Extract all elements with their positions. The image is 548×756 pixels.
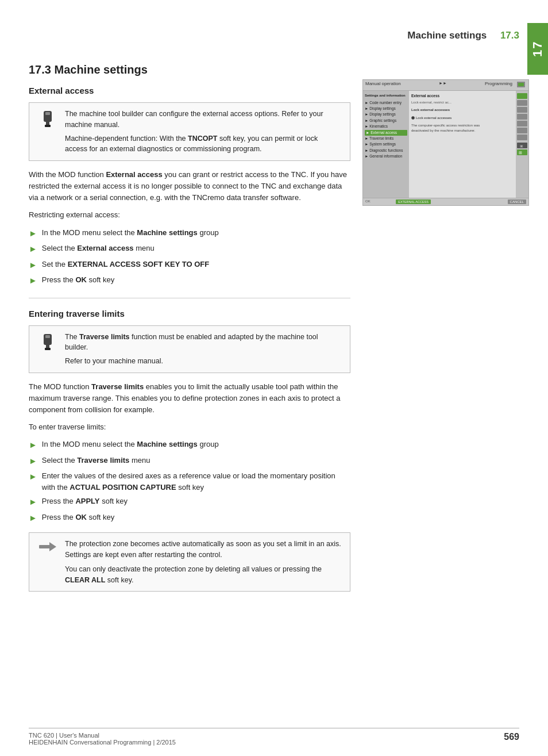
svg-rect-12: [39, 545, 51, 548]
infobox-line1: The machine tool builder can configure t…: [65, 109, 342, 131]
section-number: 17.3: [29, 63, 51, 76]
infobox-traverse-text: The Traverse limits function must be ena…: [65, 332, 342, 367]
list-arrow-3: ►: [29, 259, 37, 272]
arrow-right-icon: [38, 540, 57, 554]
main-content: 17.3 Machine settings External access Th…: [29, 63, 350, 592]
section-title: 17.3 Machine settings: [29, 63, 350, 76]
list-item-2: ► Select the External access menu: [29, 243, 350, 256]
footer-line1: TNC 620 | User's Manual: [29, 732, 176, 739]
screenshot-panel: Manual operation ►► Programming Settings…: [362, 79, 532, 206]
footer-page-number: 569: [504, 732, 519, 746]
list-arrow-4: ►: [29, 274, 37, 287]
svg-rect-7: [45, 112, 50, 115]
softkey-cancel: CANCEL: [508, 199, 526, 204]
screenshot-titlebar: Manual operation ►► Programming: [363, 80, 528, 91]
list-arrow-2: ►: [29, 243, 37, 256]
screenshot-title-left: Manual operation: [365, 81, 401, 89]
screenshot-body: Settings and information ► Code number e…: [363, 91, 528, 198]
subsection-traverse-limits: Entering traverse limits: [29, 309, 350, 318]
traverse-list-item-1: ► In the MOD menu select the Machine set…: [29, 439, 350, 452]
infobox-line2: Machine-dependent function: With the TNC…: [65, 133, 342, 155]
page-header: Machine settings 17.3: [407, 30, 519, 41]
infobox2-line1: The Traverse limits function must be ena…: [65, 332, 342, 354]
external-access-list: ► In the MOD menu select the Machine set…: [29, 227, 350, 287]
svg-marker-13: [49, 542, 56, 551]
section-title-text: Machine settings: [55, 63, 148, 76]
traverse-list-item-4: ► Press the APPLY soft key: [29, 496, 350, 509]
infobox-icon-wrench: [37, 110, 58, 128]
svg-rect-6: [45, 125, 51, 127]
screenshot-right-buttons: ▣ ⊞: [516, 91, 528, 198]
list-item-4: ► Press the OK soft key: [29, 274, 350, 287]
traverse-list-item-5: ► Press the OK soft key: [29, 512, 350, 525]
header-section: 17.3: [500, 30, 519, 41]
traverse-arrow-5: ►: [29, 512, 37, 525]
list-item-3: ► Set the EXTERNAL ACCESS SOFT KEY TO OF…: [29, 259, 350, 272]
notebox-line1: The protection zone becomes active autom…: [65, 539, 342, 561]
svg-text:▣: ▣: [520, 144, 523, 148]
screenshot-notice: The computer-specific access restriction…: [411, 123, 514, 133]
chapter-tab: 17: [527, 23, 548, 75]
subsection-external-access: External access: [29, 86, 350, 95]
header-chapter: Machine settings: [407, 30, 487, 41]
screenshot-sidebar: Settings and information ► Code number e…: [363, 91, 409, 198]
wrench-icon-2: [39, 333, 56, 351]
notebox-line2: You can only deactivate the protection z…: [65, 564, 342, 586]
wrench-icon: [39, 110, 56, 128]
screenshot-title-right: Programming: [485, 81, 512, 89]
notebox-icon-arrow: [37, 540, 58, 554]
screenshot-main-title: External access: [411, 93, 514, 99]
svg-rect-10: [45, 348, 51, 350]
list-arrow-1: ►: [29, 227, 37, 240]
notebox-text: The protection zone becomes active autom…: [65, 539, 342, 585]
traverse-list-item-3: ► Enter the values of the desired axes a…: [29, 470, 350, 493]
restricting-label: Restricting external access:: [29, 209, 350, 221]
header-spacer: [489, 30, 497, 41]
infobox-traverse-limits: The Traverse limits function must be ena…: [29, 325, 350, 373]
infobox-icon-wrench-2: [37, 333, 58, 351]
body-traverse-limits: The MOD function Traverse limits enables…: [29, 381, 350, 416]
softkey-external-access: EXTERNAL ACCESS: [396, 199, 431, 204]
svg-rect-1: [518, 83, 524, 86]
footer-line2: HEIDENHAIN Conversational Programming | …: [29, 739, 176, 746]
notebox-protection-zone: The protection zone becomes active autom…: [29, 532, 350, 592]
infobox2-line2: Refer to your machine manual.: [65, 356, 342, 367]
traverse-arrow-3: ►: [29, 470, 37, 483]
infobox-external-access: The machine tool builder can configure t…: [29, 102, 350, 161]
screenshot-radio-checked: [411, 116, 415, 120]
section-divider: [29, 298, 350, 298]
screenshot-main: External access Lock external, restrict …: [409, 91, 516, 198]
screenshot-bottom-bar: OK EXTERNAL ACCESS CANCEL: [363, 198, 528, 205]
screenshot-image: Manual operation ►► Programming Settings…: [362, 79, 529, 206]
body-external-access: With the MOD function External access yo…: [29, 169, 350, 204]
page-footer: TNC 620 | User's Manual HEIDENHAIN Conve…: [29, 728, 519, 746]
traverse-arrow-4: ►: [29, 496, 37, 509]
infobox-external-text: The machine tool builder can configure t…: [65, 109, 342, 155]
footer-left: TNC 620 | User's Manual HEIDENHAIN Conve…: [29, 732, 176, 746]
traverse-limits-list: ► In the MOD menu select the Machine set…: [29, 439, 350, 524]
traverse-arrow-2: ►: [29, 455, 37, 468]
traverse-list-item-2: ► Select the Traverse limits menu: [29, 455, 350, 468]
traverse-arrow-1: ►: [29, 439, 37, 452]
list-item-1: ► In the MOD menu select the Machine set…: [29, 227, 350, 240]
svg-rect-11: [45, 335, 50, 338]
svg-text:⊞: ⊞: [519, 151, 522, 155]
traverse-enter-label: To enter traverse limits:: [29, 421, 350, 433]
